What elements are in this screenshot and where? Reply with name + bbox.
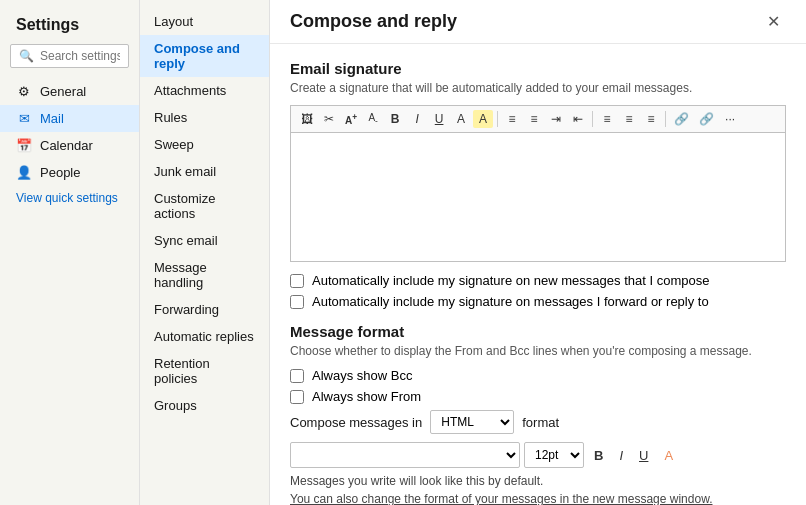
- toolbar-image[interactable]: 🖼: [297, 110, 317, 128]
- mid-nav-automatic-replies[interactable]: Automatic replies: [140, 323, 269, 350]
- nav-section-main: ⚙ General ✉ Mail 📅 Calendar 👤 People Vie…: [0, 78, 139, 210]
- signature-editor[interactable]: [290, 132, 786, 262]
- sidebar-item-calendar[interactable]: 📅 Calendar: [0, 132, 139, 159]
- view-quick-settings[interactable]: View quick settings: [0, 186, 139, 210]
- toolbar-font-size-down[interactable]: A-: [363, 110, 383, 128]
- toolbar-highlight[interactable]: A: [473, 110, 493, 128]
- format-underline[interactable]: U: [633, 445, 654, 466]
- info-text-2: You can also change the format of your m…: [290, 492, 786, 505]
- search-icon: 🔍: [19, 49, 34, 63]
- toolbar-sep3: [665, 111, 666, 127]
- toolbar-scissors[interactable]: ✂: [319, 110, 339, 128]
- sidebar-item-mail[interactable]: ✉ Mail: [0, 105, 139, 132]
- toolbar-outdent[interactable]: ⇤: [568, 110, 588, 128]
- close-button[interactable]: ✕: [761, 10, 786, 33]
- sig-reply-checkbox[interactable]: [290, 295, 304, 309]
- font-select[interactable]: [290, 442, 520, 468]
- toolbar-underline[interactable]: U: [429, 110, 449, 128]
- toolbar-indent[interactable]: ⇥: [546, 110, 566, 128]
- toolbar-font-color[interactable]: A: [451, 110, 471, 128]
- mid-nav-sweep[interactable]: Sweep: [140, 131, 269, 158]
- toolbar-align-left[interactable]: ≡: [597, 110, 617, 128]
- sidebar-item-general[interactable]: ⚙ General: [0, 78, 139, 105]
- message-format-section: Message format Choose whether to display…: [290, 323, 786, 505]
- sig-reply-checkbox-row: Automatically include my signature on me…: [290, 294, 786, 309]
- toolbar-numbered[interactable]: ≡: [524, 110, 544, 128]
- editor-toolbar: 🖼 ✂ A+ A- B I U A A ≡ ≡ ⇥ ⇤ ≡ ≡ ≡ 🔗: [290, 105, 786, 132]
- message-format-desc: Choose whether to display the From and B…: [290, 344, 786, 358]
- toolbar-link2[interactable]: 🔗: [695, 110, 718, 128]
- toolbar-more[interactable]: ···: [720, 110, 740, 128]
- font-format-bar: 8pt 9pt 10pt 11pt 12pt 14pt 16pt B I U A: [290, 442, 786, 468]
- panel-content: Email signature Create a signature that …: [270, 44, 806, 505]
- toolbar-font-size-up[interactable]: A+: [341, 110, 361, 128]
- email-signature-section: Email signature Create a signature that …: [290, 60, 786, 309]
- mid-nav-message-handling[interactable]: Message handling: [140, 254, 269, 296]
- mid-nav-rules[interactable]: Rules: [140, 104, 269, 131]
- mid-nav-junk-email[interactable]: Junk email: [140, 158, 269, 185]
- mid-nav-forwarding[interactable]: Forwarding: [140, 296, 269, 323]
- show-from-label: Always show From: [312, 389, 421, 404]
- mid-nav-sync-email[interactable]: Sync email: [140, 227, 269, 254]
- toolbar-italic[interactable]: I: [407, 110, 427, 128]
- show-from-checkbox[interactable]: [290, 390, 304, 404]
- size-select[interactable]: 8pt 9pt 10pt 11pt 12pt 14pt 16pt: [524, 442, 584, 468]
- general-icon: ⚙: [16, 84, 32, 99]
- format-font-color[interactable]: A: [658, 445, 679, 466]
- toolbar-sep1: [497, 111, 498, 127]
- panel-header: Compose and reply ✕: [270, 0, 806, 44]
- mid-nav-retention-policies[interactable]: Retention policies: [140, 350, 269, 392]
- mid-nav-groups[interactable]: Groups: [140, 392, 269, 419]
- sig-new-checkbox[interactable]: [290, 274, 304, 288]
- sig-new-label: Automatically include my signature on ne…: [312, 273, 709, 288]
- email-signature-desc: Create a signature that will be automati…: [290, 81, 786, 95]
- email-signature-title: Email signature: [290, 60, 786, 77]
- search-input[interactable]: [40, 49, 120, 63]
- show-bcc-label: Always show Bcc: [312, 368, 412, 383]
- mail-icon: ✉: [16, 111, 32, 126]
- info-text-1: Messages you write will look like this b…: [290, 474, 786, 488]
- search-box[interactable]: 🔍: [10, 44, 129, 68]
- sig-reply-label: Automatically include my signature on me…: [312, 294, 709, 309]
- compose-label: Compose messages in: [290, 415, 422, 430]
- compose-format-row: Compose messages in HTML Plain text form…: [290, 410, 786, 434]
- mid-nav-layout[interactable]: Layout: [140, 8, 269, 35]
- mid-nav-attachments[interactable]: Attachments: [140, 77, 269, 104]
- sidebar-item-people[interactable]: 👤 People: [0, 159, 139, 186]
- sidebar-title: Settings: [0, 10, 139, 44]
- format-select[interactable]: HTML Plain text: [430, 410, 514, 434]
- toolbar-bullets[interactable]: ≡: [502, 110, 522, 128]
- show-from-row: Always show From: [290, 389, 786, 404]
- calendar-icon: 📅: [16, 138, 32, 153]
- toolbar-sep2: [592, 111, 593, 127]
- main-panel: Compose and reply ✕ Email signature Crea…: [270, 0, 806, 505]
- toolbar-bold[interactable]: B: [385, 110, 405, 128]
- panel-title: Compose and reply: [290, 11, 457, 32]
- show-bcc-row: Always show Bcc: [290, 368, 786, 383]
- mid-nav: Layout Compose and reply Attachments Rul…: [140, 0, 270, 505]
- message-format-title: Message format: [290, 323, 786, 340]
- toolbar-link[interactable]: 🔗: [670, 110, 693, 128]
- show-bcc-checkbox[interactable]: [290, 369, 304, 383]
- format-bold[interactable]: B: [588, 445, 609, 466]
- toolbar-align-right[interactable]: ≡: [641, 110, 661, 128]
- format-italic[interactable]: I: [613, 445, 629, 466]
- sig-new-checkbox-row: Automatically include my signature on ne…: [290, 273, 786, 288]
- people-icon: 👤: [16, 165, 32, 180]
- toolbar-align-center[interactable]: ≡: [619, 110, 639, 128]
- mid-nav-compose-reply[interactable]: Compose and reply: [140, 35, 269, 77]
- mid-nav-customize-actions[interactable]: Customize actions: [140, 185, 269, 227]
- format-suffix: format: [522, 415, 559, 430]
- sidebar: Settings 🔍 ⚙ General ✉ Mail 📅 Calendar 👤…: [0, 0, 140, 505]
